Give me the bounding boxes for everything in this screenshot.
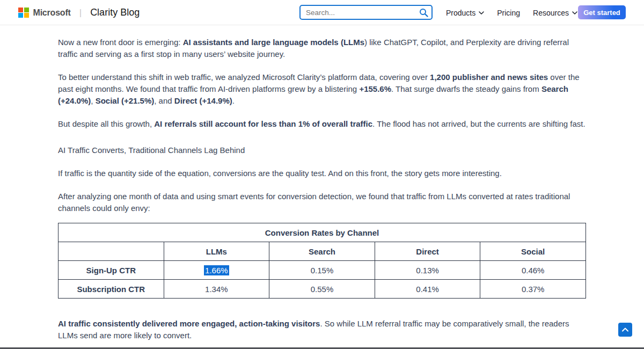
search-icon[interactable] bbox=[416, 6, 430, 19]
chevron-up-icon bbox=[622, 328, 628, 332]
top-navbar: Microsoft | Clarity Blog Products Pricin… bbox=[0, 0, 644, 25]
selected-cell-text: 1.66% bbox=[204, 265, 229, 275]
cell-signup-social: 0.46% bbox=[480, 261, 586, 280]
column-header-social: Social bbox=[480, 242, 586, 261]
table-header-row: LLMs Search Direct Social bbox=[58, 242, 586, 261]
cell-subscription-direct: 0.41% bbox=[375, 280, 480, 299]
article-body: Now a new front door is emerging: AI ass… bbox=[58, 25, 586, 341]
cell-signup-direct: 0.13% bbox=[375, 261, 480, 280]
nav-item-resources-label: Resources bbox=[533, 9, 569, 17]
nav-item-pricing[interactable]: Pricing bbox=[497, 9, 520, 17]
row-label-signup-ctr: Sign-Up CTR bbox=[58, 261, 164, 280]
table-title: Conversion Rates by Channel bbox=[58, 223, 586, 242]
microsoft-logo-square-red bbox=[18, 8, 23, 12]
conversion-rates-table: Conversion Rates by Channel LLMs Search … bbox=[58, 223, 586, 299]
table-row-signup-ctr: Sign-Up CTR 1.66% 0.15% 0.13% 0.46% bbox=[58, 261, 586, 280]
cell-signup-llms: 1.66% bbox=[164, 261, 269, 280]
get-started-button[interactable]: Get started bbox=[578, 5, 626, 19]
cell-subscription-llms: 1.34% bbox=[164, 280, 269, 299]
chevron-down-icon bbox=[572, 11, 577, 14]
nav-item-resources[interactable]: Resources bbox=[533, 9, 577, 17]
scroll-to-top-button[interactable] bbox=[618, 323, 632, 337]
nav-item-products-label: Products bbox=[446, 9, 475, 17]
nav-item-products[interactable]: Products bbox=[446, 9, 484, 17]
search-box bbox=[299, 5, 433, 20]
brand-group: Microsoft | Clarity Blog bbox=[18, 0, 140, 25]
nav-item-pricing-label: Pricing bbox=[497, 9, 520, 17]
column-header-empty bbox=[58, 242, 164, 261]
brand-divider: | bbox=[79, 8, 82, 18]
paragraph-intro: Now a new front door is emerging: AI ass… bbox=[58, 37, 586, 60]
section-subheading: AI Traffic Converts, Traditional Channel… bbox=[58, 144, 586, 156]
header-nav: Products Pricing Resources bbox=[446, 0, 577, 25]
microsoft-logo-square-yellow bbox=[24, 13, 29, 18]
column-header-direct: Direct bbox=[375, 242, 480, 261]
microsoft-logo-square-blue bbox=[18, 13, 23, 18]
chevron-down-icon bbox=[479, 11, 484, 14]
cell-signup-search: 0.15% bbox=[269, 261, 375, 280]
microsoft-logo-icon[interactable] bbox=[18, 8, 29, 18]
microsoft-logo-square-green bbox=[24, 8, 29, 12]
paragraph-despite-growth: But despite all this growth, AI referral… bbox=[58, 118, 586, 130]
paragraph-quality-test: If traffic is the quantity side of the e… bbox=[58, 168, 586, 179]
column-header-search: Search bbox=[269, 242, 375, 261]
table-title-row: Conversion Rates by Channel bbox=[58, 223, 586, 242]
column-header-llms: LLMs bbox=[164, 242, 269, 261]
paragraph-conclusion: AI traffic consistently delivered more e… bbox=[58, 318, 586, 341]
microsoft-wordmark[interactable]: Microsoft bbox=[33, 8, 71, 18]
paragraph-growth-stats: To better understand this shift in web t… bbox=[58, 71, 586, 107]
paragraph-analysis-setup: After analyzing one month of data and us… bbox=[58, 191, 586, 214]
table-row-subscription-ctr: Subscription CTR 1.34% 0.55% 0.41% 0.37% bbox=[58, 280, 586, 299]
cell-subscription-search: 0.55% bbox=[269, 280, 375, 299]
site-title[interactable]: Clarity Blog bbox=[90, 7, 140, 18]
cell-subscription-social: 0.37% bbox=[480, 280, 586, 299]
search-input[interactable] bbox=[301, 9, 416, 17]
row-label-subscription-ctr: Subscription CTR bbox=[58, 280, 164, 299]
